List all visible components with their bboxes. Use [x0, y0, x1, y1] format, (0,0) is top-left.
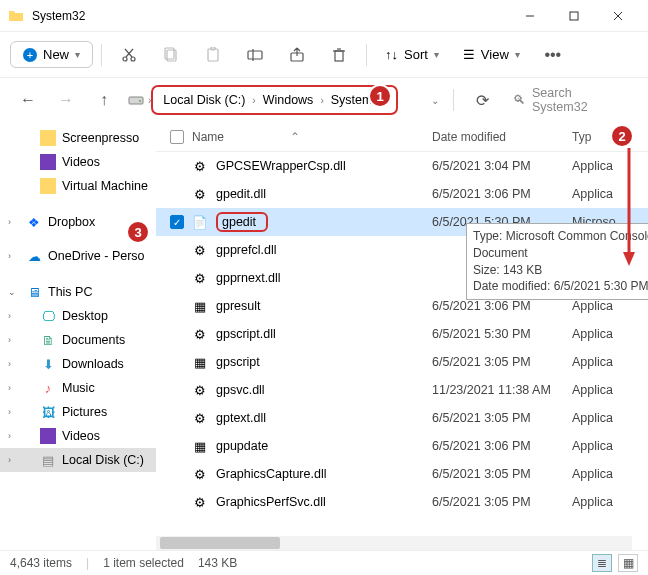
- chevron-right-icon[interactable]: ›: [8, 383, 11, 393]
- chevron-right-icon[interactable]: ›: [8, 335, 11, 345]
- search-icon: 🔍︎: [513, 93, 526, 107]
- details-view-toggle[interactable]: ≣: [592, 554, 612, 572]
- up-button[interactable]: ↑: [90, 86, 118, 114]
- file-row[interactable]: ▦gpscript6/5/2021 3:05 PMApplica: [156, 348, 648, 376]
- divider: [101, 44, 102, 66]
- maximize-button[interactable]: [552, 1, 596, 31]
- file-row[interactable]: ⚙gptext.dll6/5/2021 3:05 PMApplica: [156, 404, 648, 432]
- column-type[interactable]: Typ: [572, 130, 591, 144]
- column-header: Name⌃ Date modified Typ: [156, 122, 648, 152]
- chevron-right-icon: ›: [320, 95, 323, 106]
- column-date[interactable]: Date modified: [432, 130, 572, 144]
- svg-rect-10: [208, 49, 218, 61]
- chevron-down-icon: ▾: [434, 49, 439, 60]
- select-all-checkbox[interactable]: [170, 130, 184, 144]
- videos-icon: [40, 154, 56, 170]
- sidebar-item[interactable]: ›🗎Documents: [0, 328, 156, 352]
- forward-button[interactable]: →: [52, 86, 80, 114]
- scroll-thumb[interactable]: [160, 537, 280, 549]
- file-row[interactable]: ⚙gpsvc.dll11/23/2021 11:38 AMApplica: [156, 376, 648, 404]
- selection-count: 1 item selected: [103, 556, 184, 570]
- close-button[interactable]: [596, 1, 640, 31]
- sort-button[interactable]: ↑↓ Sort ▾: [375, 47, 449, 62]
- search-input[interactable]: 🔍︎ Search System32: [506, 84, 634, 116]
- dll-icon: ⚙: [192, 326, 208, 342]
- music-icon: ♪: [40, 380, 56, 396]
- chevron-right-icon[interactable]: ›: [8, 407, 11, 417]
- icons-view-toggle[interactable]: ▦: [618, 554, 638, 572]
- svg-marker-21: [623, 252, 635, 266]
- chevron-right-icon[interactable]: ›: [8, 251, 11, 261]
- dropbox-icon: ❖: [26, 214, 42, 230]
- copy-button[interactable]: [152, 38, 190, 72]
- sidebar-item[interactable]: Screenpresso: [0, 126, 156, 150]
- sidebar-item[interactable]: Virtual Machine: [0, 174, 156, 198]
- chevron-right-icon[interactable]: ›: [8, 359, 11, 369]
- file-list[interactable]: ⚙GPCSEWrapperCsp.dll6/5/2021 3:04 PMAppl…: [156, 152, 648, 516]
- sidebar-item[interactable]: ›⬇Downloads: [0, 352, 156, 376]
- file-row[interactable]: ⚙GraphicsCapture.dll6/5/2021 3:05 PMAppl…: [156, 460, 648, 488]
- sidebar-item[interactable]: Videos: [0, 150, 156, 174]
- dll-icon: ⚙: [192, 270, 208, 286]
- sidebar-item[interactable]: ›🖵Desktop: [0, 304, 156, 328]
- minimize-button[interactable]: [508, 1, 552, 31]
- sidebar-item[interactable]: ›🖼Pictures: [0, 400, 156, 424]
- dll-icon: ⚙: [192, 382, 208, 398]
- chevron-down-icon[interactable]: ⌄: [431, 95, 439, 106]
- sidebar-item-onedrive[interactable]: ›☁OneDrive - Perso: [0, 244, 156, 268]
- breadcrumb: Local Disk (C:) › Windows › System32: [151, 85, 398, 115]
- dll-icon: ⚙: [192, 158, 208, 174]
- chevron-down-icon: ▾: [75, 49, 80, 60]
- sidebar-item-thispc[interactable]: ⌄🖥This PC: [0, 280, 156, 304]
- sidebar-item[interactable]: ›Videos: [0, 424, 156, 448]
- chevron-down-icon[interactable]: ⌄: [8, 287, 16, 297]
- more-button[interactable]: •••: [534, 38, 572, 72]
- sidebar-item-localdisk[interactable]: ›▤Local Disk (C:): [0, 448, 156, 472]
- annotation-badge-2: 2: [610, 124, 634, 148]
- address-bar: ← → ↑ › Local Disk (C:) › Windows › Syst…: [0, 78, 648, 122]
- toolbar: + New ▾ ↑↓ Sort ▾ ☰ View ▾ •••: [0, 32, 648, 78]
- horizontal-scrollbar[interactable]: [156, 536, 632, 550]
- exe-icon: ▦: [192, 438, 208, 454]
- column-name[interactable]: Name⌃: [192, 130, 432, 144]
- folder-icon: [40, 178, 56, 194]
- file-row[interactable]: ⚙GraphicsPerfSvc.dll6/5/2021 3:05 PMAppl…: [156, 488, 648, 516]
- svg-point-4: [123, 57, 127, 61]
- sidebar-item[interactable]: ›♪Music: [0, 376, 156, 400]
- pc-icon: 🖥: [26, 284, 42, 300]
- divider: [366, 44, 367, 66]
- row-checkbox[interactable]: ✓: [170, 215, 184, 229]
- window-title: System32: [32, 9, 508, 23]
- breadcrumb-seg[interactable]: Windows: [259, 91, 318, 109]
- new-button[interactable]: + New ▾: [10, 41, 93, 68]
- file-name-highlight: gpedit: [216, 212, 268, 232]
- folder-icon: [8, 8, 24, 24]
- svg-rect-18: [129, 97, 143, 104]
- view-button[interactable]: ☰ View ▾: [453, 47, 530, 62]
- chevron-right-icon[interactable]: ›: [8, 217, 11, 227]
- svg-line-7: [125, 49, 132, 57]
- rename-button[interactable]: [236, 38, 274, 72]
- file-row[interactable]: ⚙gpscript.dll6/5/2021 5:30 PMApplica: [156, 320, 648, 348]
- chevron-right-icon[interactable]: ›: [8, 455, 11, 465]
- back-button[interactable]: ←: [14, 86, 42, 114]
- exe-icon: ▦: [192, 354, 208, 370]
- title-bar: System32: [0, 0, 648, 32]
- breadcrumb-seg[interactable]: Local Disk (C:): [159, 91, 249, 109]
- delete-button[interactable]: [320, 38, 358, 72]
- dll-icon: ⚙: [192, 186, 208, 202]
- file-row[interactable]: ⚙gpedit.dll6/5/2021 3:06 PMApplica: [156, 180, 648, 208]
- chevron-right-icon[interactable]: ›: [8, 431, 11, 441]
- cut-button[interactable]: [110, 38, 148, 72]
- file-row[interactable]: ▦gpupdate6/5/2021 3:06 PMApplica: [156, 432, 648, 460]
- sort-icon: ↑↓: [385, 47, 398, 62]
- file-row[interactable]: ⚙GPCSEWrapperCsp.dll6/5/2021 3:04 PMAppl…: [156, 152, 648, 180]
- share-button[interactable]: [278, 38, 316, 72]
- refresh-button[interactable]: ⟳: [468, 86, 496, 114]
- svg-rect-15: [335, 51, 343, 61]
- paste-button[interactable]: [194, 38, 232, 72]
- desktop-icon: 🖵: [40, 308, 56, 324]
- sort-label: Sort: [404, 47, 428, 62]
- dll-icon: ⚙: [192, 466, 208, 482]
- chevron-right-icon[interactable]: ›: [8, 311, 11, 321]
